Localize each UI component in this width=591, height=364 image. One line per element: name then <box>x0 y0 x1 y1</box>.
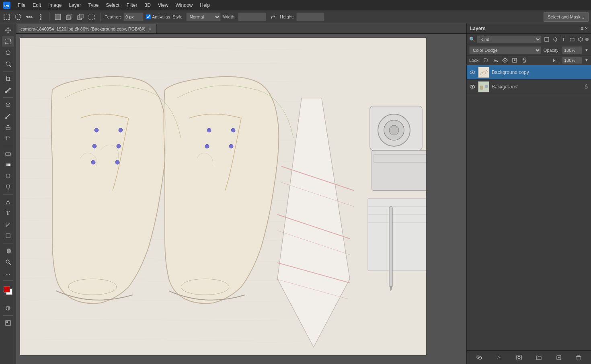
lock-image-btn[interactable] <box>492 57 499 64</box>
tab-close-btn[interactable]: × <box>148 26 152 32</box>
svg-rect-93 <box>514 59 515 61</box>
brush-tool[interactable] <box>2 111 14 121</box>
gradient-tool[interactable] <box>2 160 14 170</box>
lock-transparent-btn[interactable] <box>482 57 489 64</box>
app-logo: Ps <box>2 1 11 10</box>
quick-select-tool[interactable] <box>2 59 14 69</box>
foreground-color-swatch[interactable] <box>4 286 10 292</box>
menu-select[interactable]: Select <box>103 2 122 9</box>
layers-panel-title: Layers <box>470 26 486 31</box>
new-layer-btn[interactable] <box>554 353 564 362</box>
selection-add-icon[interactable] <box>65 12 74 21</box>
filter-shape-icon[interactable] <box>568 36 576 43</box>
menu-edit[interactable]: Edit <box>29 2 44 9</box>
layer-row-bg[interactable]: Background <box>467 80 591 94</box>
path-select-tool[interactable] <box>2 219 14 230</box>
layer-visibility-bg-copy[interactable] <box>469 69 476 76</box>
svg-rect-68 <box>368 198 426 271</box>
history-brush-tool[interactable] <box>2 133 14 144</box>
svg-rect-66 <box>372 150 426 190</box>
anti-alias-checkbox[interactable] <box>146 14 151 19</box>
quick-mask-btn[interactable] <box>2 303 14 313</box>
opacity-arrow[interactable]: ▼ <box>585 48 589 52</box>
layers-list: Background copy Background <box>467 65 591 350</box>
eyedropper-tool[interactable] <box>2 85 14 95</box>
menu-type[interactable]: Type <box>85 2 102 9</box>
delete-layer-btn[interactable] <box>574 353 583 362</box>
svg-point-3 <box>15 14 21 20</box>
canvas-tab[interactable]: camera-1840054_1920.jpg @ 80% (Backgroun… <box>16 24 157 33</box>
lock-all-btn[interactable] <box>521 57 528 64</box>
menu-image[interactable]: Image <box>45 2 65 9</box>
filter-pixel-icon[interactable] <box>543 36 550 43</box>
svg-point-97 <box>472 72 473 73</box>
zoom-tool[interactable] <box>2 257 14 267</box>
new-group-btn[interactable] <box>534 353 544 362</box>
filter-smartobj-icon[interactable] <box>577 36 584 43</box>
canvas-viewport[interactable] <box>16 34 466 364</box>
fill-arrow[interactable]: ▼ <box>585 58 589 62</box>
layer-lock-icon <box>584 84 589 90</box>
panel-close-icon[interactable]: × <box>585 26 588 31</box>
lock-position-btn[interactable] <box>501 57 509 64</box>
layer-row-bg-copy[interactable]: Background copy <box>467 65 591 80</box>
tab-bar: camera-1840054_1920.jpg @ 80% (Backgroun… <box>16 23 466 34</box>
healing-tool[interactable] <box>2 100 14 110</box>
hand-tool[interactable] <box>2 245 14 256</box>
menu-help[interactable]: Help <box>197 2 213 9</box>
style-label: Style: <box>172 14 184 19</box>
menu-filter[interactable]: Filter <box>123 2 141 9</box>
svg-point-27 <box>6 185 10 188</box>
blend-mode-select[interactable]: Color Dodge Normal Multiply Screen Overl… <box>469 46 541 54</box>
marquee-ellipse-icon[interactable] <box>14 12 23 21</box>
selection-new-icon[interactable] <box>53 12 62 21</box>
link-layers-btn[interactable] <box>474 353 484 362</box>
fx-btn[interactable]: fx <box>494 353 504 362</box>
filter-kind-select[interactable]: Kind <box>477 35 542 43</box>
menu-layer[interactable]: Layer <box>66 2 84 9</box>
height-input[interactable] <box>296 12 324 21</box>
feather-input[interactable] <box>123 12 144 21</box>
layers-lock-row: Lock: Fill: ▼ <box>467 55 591 65</box>
lasso-tool[interactable] <box>2 47 14 58</box>
selection-subtract-icon[interactable] <box>76 12 85 21</box>
swap-wh-icon[interactable]: ⇄ <box>269 12 277 21</box>
shape-tool[interactable] <box>2 231 14 241</box>
fill-input[interactable] <box>562 57 582 64</box>
extra-tools[interactable]: … <box>2 268 14 278</box>
pen-tool[interactable] <box>2 197 14 207</box>
menu-window[interactable]: Window <box>172 2 196 9</box>
marquee-tool[interactable] <box>2 36 14 47</box>
add-mask-btn[interactable] <box>514 353 524 362</box>
width-input[interactable] <box>238 12 266 21</box>
svg-rect-4 <box>27 16 32 17</box>
marquee-single-row-icon[interactable] <box>25 12 34 21</box>
type-tool[interactable]: T <box>2 208 14 219</box>
style-select[interactable]: Normal Fixed Ratio Fixed Size <box>186 12 221 21</box>
screen-mode-btn[interactable] <box>2 318 14 328</box>
crop-tool[interactable] <box>2 74 14 84</box>
menu-3d[interactable]: 3D <box>141 2 154 9</box>
marquee-single-col-icon[interactable] <box>36 12 45 21</box>
panel-collapse-icon[interactable]: ≡ <box>581 26 583 31</box>
svg-rect-24 <box>6 164 10 166</box>
filter-type-icon[interactable]: T <box>560 36 567 43</box>
svg-point-84 <box>554 38 557 41</box>
svg-point-81 <box>205 144 209 148</box>
svg-point-75 <box>92 144 96 148</box>
marquee-rect-icon[interactable] <box>2 12 11 21</box>
dodge-tool[interactable] <box>2 182 14 192</box>
selection-intersect-icon[interactable] <box>87 12 96 21</box>
eraser-tool[interactable] <box>2 148 14 159</box>
blur-tool[interactable] <box>2 171 14 181</box>
layer-visibility-bg[interactable] <box>469 84 476 90</box>
opacity-input[interactable] <box>562 46 582 54</box>
select-mask-button[interactable]: Select and Mask... <box>544 12 589 22</box>
move-tool[interactable] <box>2 25 14 35</box>
filter-adjustment-icon[interactable] <box>552 36 559 43</box>
menu-file[interactable]: File <box>14 2 29 9</box>
svg-line-33 <box>9 263 10 264</box>
menu-view[interactable]: View <box>155 2 172 9</box>
lock-artboard-btn[interactable] <box>511 57 518 64</box>
clone-tool[interactable] <box>2 122 14 133</box>
